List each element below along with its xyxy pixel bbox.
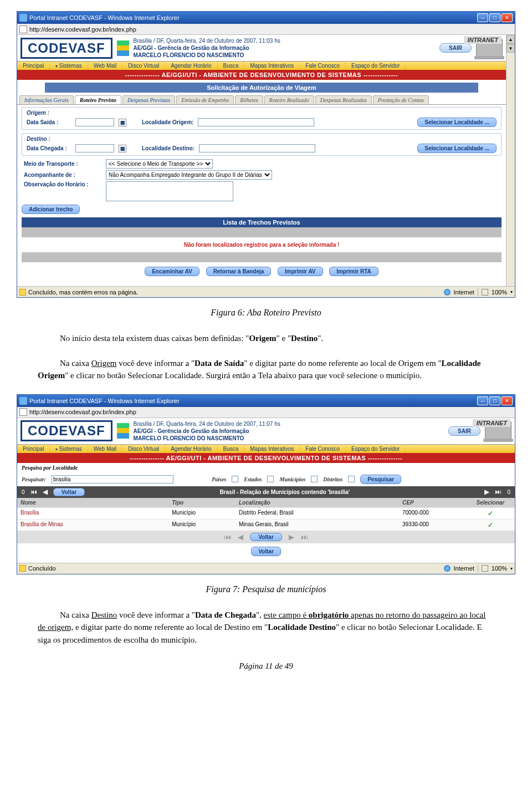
selecionar-localidade-origem-button[interactable]: Selecionar Localidade ... [417, 118, 497, 127]
tab-despesas-realizadas[interactable]: Despesas Realizadas [315, 95, 372, 104]
distritos-checkbox[interactable] [348, 476, 355, 482]
nav-fale[interactable]: Fale Conosco [300, 445, 346, 453]
data-chegada-input[interactable] [75, 144, 114, 152]
ie-window-2: Portal Intranet CODEVASF - Windows Inter… [17, 394, 515, 574]
pesquisar-button[interactable]: Pesquisar [360, 475, 401, 484]
nav-principal[interactable]: Principal [17, 445, 50, 453]
filter-paises: Países [212, 476, 226, 482]
nav-disco[interactable]: Disco Virtual [122, 62, 165, 70]
tab-prestacao-contas[interactable]: Prestação de Contas [373, 95, 429, 104]
selecionar-localidade-destino-button[interactable]: Selecionar Localidade ... [417, 144, 497, 153]
next-page-icon[interactable]: ▶ [289, 533, 294, 541]
loc-origem-label: Localidade Origem: [142, 119, 193, 125]
ie-address-bar: http://desenv.codevasf.gov.br/index.php [17, 407, 515, 418]
header-date: Brasília / DF, Quarta-feira, 24 de Outub… [134, 420, 449, 427]
calendar-icon[interactable]: ▦ [119, 145, 126, 152]
tab-roteiro-realizado[interactable]: Roteiro Realizado [264, 95, 314, 104]
sair-button[interactable]: SAIR [448, 426, 480, 436]
next-page-icon[interactable]: ▶ [484, 488, 489, 496]
first-page-icon[interactable]: ⏮ [30, 488, 37, 496]
estados-checkbox[interactable] [267, 476, 274, 482]
nav-fale[interactable]: Fale Conosco [300, 62, 346, 70]
pesquisar-input[interactable] [52, 475, 173, 483]
nav-espaco[interactable]: Espaço do Servidor [346, 62, 406, 70]
minimize-button[interactable]: ─ [477, 13, 488, 22]
nav-sistemas[interactable]: Sistemas [50, 62, 88, 70]
calendar-icon[interactable]: ▦ [119, 119, 126, 126]
nav-agendar[interactable]: Agendar Horário [165, 62, 217, 70]
select-check-icon[interactable]: ✓ [488, 510, 493, 517]
col-selecionar: Selecionar [466, 498, 515, 507]
scroll-down-icon[interactable]: ▼ [507, 44, 515, 53]
data-saida-input[interactable] [75, 118, 114, 126]
figure7-caption: Figura 7: Pesquisa de municípios [17, 584, 515, 594]
nav-agendar[interactable]: Agendar Horário [165, 445, 217, 453]
list-header: Lista de Trechos Previstos [22, 217, 502, 227]
minimize-button[interactable]: ─ [477, 396, 488, 405]
cell-tipo: Município [168, 520, 236, 531]
tab-info-gerais[interactable]: Informações Gerais [19, 95, 74, 104]
last-page-icon[interactable]: ⏭ [495, 488, 502, 496]
zoom-dropdown-icon[interactable]: ▾ [510, 289, 513, 294]
nav-principal[interactable]: Principal [17, 62, 50, 70]
close-button[interactable]: ✕ [502, 396, 513, 405]
table-row: Brasília de Minas Município Minas Gerais… [17, 519, 515, 531]
header-dept: AE/GGI - Gerência de Gestão da Informaçã… [134, 427, 449, 435]
cell-nome[interactable]: Brasília [17, 508, 168, 519]
voltar-button-bottom[interactable]: Voltar [251, 547, 281, 556]
zoom-level: 100% [492, 565, 507, 572]
acompanhante-select[interactable]: Não Acompanha Empregado Integrante do Gr… [106, 170, 272, 180]
loc-origem-input[interactable] [198, 118, 314, 126]
nav-busca[interactable]: Busca [218, 62, 245, 70]
globe-icon [444, 289, 451, 296]
scroll-up-icon[interactable]: ▲ [507, 35, 515, 44]
cell-nome[interactable]: Brasília de Minas [17, 520, 168, 531]
adicionar-trecho-button[interactable]: Adicionar trecho [22, 205, 80, 214]
sair-button[interactable]: SAIR [439, 43, 472, 53]
nav-mapas[interactable]: Mapas Interativos [244, 445, 300, 453]
header-user: MARCELO FLORENCIO DO NASCIMENTO [134, 52, 440, 59]
nav-webmail[interactable]: Web Mail [88, 62, 123, 70]
tab-bilhetes[interactable]: Bilhetes [235, 95, 263, 104]
paises-checkbox[interactable] [232, 476, 238, 482]
last-page-icon[interactable]: ⏭ [301, 533, 308, 541]
nav-mapas[interactable]: Mapas Interativos [244, 62, 300, 70]
voltar-button-mid[interactable]: Voltar [250, 533, 282, 541]
nav-busca[interactable]: Busca [218, 445, 245, 453]
data-saida-label: Data Saída : [27, 119, 71, 125]
nav-disco[interactable]: Disco Virtual [122, 445, 165, 453]
tab-emissao-empenho[interactable]: Emissão de Empenho [176, 95, 234, 104]
retornar-bandeja-button[interactable]: Retornar à Bandeja [206, 267, 272, 276]
loc-destino-label: Localidade Destino: [142, 145, 195, 151]
filter-municipios: Municípios [279, 476, 305, 482]
imprimir-av-button[interactable]: Imprimir AV [278, 267, 323, 276]
encaminhar-av-button[interactable]: Encaminhar AV [145, 267, 200, 276]
cell-loc: Minas Gerais, Brasil [236, 520, 399, 531]
maximize-button[interactable]: □ [489, 396, 500, 405]
prev-page-icon[interactable]: ◀ [238, 533, 243, 541]
nav-webmail[interactable]: Web Mail [88, 445, 123, 453]
first-page-icon[interactable]: ⏮ [224, 533, 231, 541]
ie-statusbar: Concluído, mas contém erros na página. I… [17, 286, 515, 297]
tab-despesas-previstas[interactable]: Despesas Previstas [122, 95, 175, 104]
scrollbar[interactable]: ▲ ▼ [506, 35, 515, 286]
nav-espaco[interactable]: Espaço do Servidor [346, 445, 406, 453]
tab-roteiro-previsto[interactable]: Roteiro Previsto [75, 95, 121, 104]
loc-destino-input[interactable] [199, 144, 315, 152]
origem-section: Origem : Data Saída : ▦ Localidade Orige… [22, 107, 502, 130]
zone-label: Internet [454, 565, 474, 572]
close-button[interactable]: ✕ [502, 13, 513, 22]
zoom-level: 100% [492, 289, 507, 296]
observacao-textarea[interactable] [106, 181, 233, 201]
zoom-icon [482, 289, 488, 296]
nav-sistemas[interactable]: Sistemas [50, 445, 88, 453]
zoom-dropdown-icon[interactable]: ▾ [510, 566, 513, 571]
data-chegada-label: Data Chegada : [27, 145, 71, 151]
meio-transporte-select[interactable]: << Selecione o Meio de Transporte >> [106, 159, 213, 169]
municipios-checkbox[interactable] [311, 476, 318, 482]
imprimir-rta-button[interactable]: Imprimir RTA [329, 267, 378, 276]
voltar-button-top[interactable]: Voltar [53, 488, 85, 496]
maximize-button[interactable]: □ [489, 13, 500, 22]
select-check-icon[interactable]: ✓ [488, 521, 493, 529]
prev-page-icon[interactable]: ◀ [43, 488, 48, 496]
